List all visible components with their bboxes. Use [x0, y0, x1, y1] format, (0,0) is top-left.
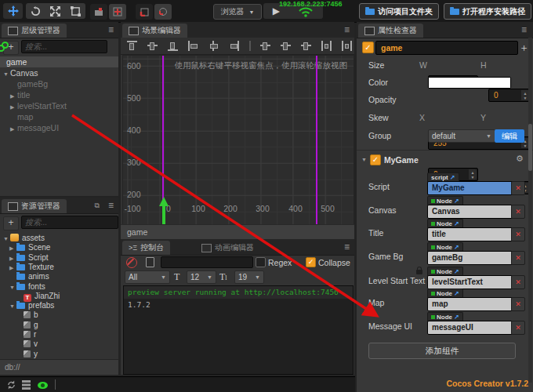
node-ref-field[interactable]: title [427, 227, 513, 241]
tab-anim-editor[interactable]: 动画编辑器 [195, 241, 260, 255]
component-enabled-checkbox[interactable]: ✓ [370, 154, 381, 165]
external-link-icon[interactable]: ↗ [454, 290, 459, 297]
server-icon[interactable] [22, 380, 31, 390]
local-coord-button[interactable] [136, 4, 153, 20]
regex-checkbox[interactable] [256, 257, 266, 267]
scale-tool-icon[interactable] [50, 6, 60, 16]
distribute-center-icon[interactable] [342, 41, 352, 51]
asset-prefab-y[interactable]: y [0, 350, 118, 359]
align-bottom-icon[interactable] [168, 41, 178, 51]
font-size-dropdown[interactable]: 12▼ [187, 270, 216, 284]
asset-folder-scene[interactable]: ▶Scene [0, 243, 118, 252]
tab-console[interactable]: >Ξ 控制台 [122, 241, 170, 255]
external-link-icon[interactable]: ↗ [450, 174, 455, 181]
link-nodes-icon[interactable] [0, 42, 9, 51]
clear-reference-button[interactable]: ✕ [511, 275, 525, 289]
pivot-mode-button[interactable] [90, 4, 107, 20]
rotate-tool-icon[interactable] [31, 6, 41, 16]
move-tool-button[interactable] [3, 3, 23, 19]
clear-console-icon[interactable] [126, 257, 137, 268]
inspector-scrollbar[interactable] [528, 38, 532, 383]
scene-menu-icon[interactable]: ≡ [344, 25, 350, 34]
hierarchy-search-input[interactable] [21, 40, 107, 53]
clear-reference-button[interactable]: ✕ [511, 297, 525, 311]
console-menu-icon[interactable]: ≡ [344, 242, 350, 252]
add-component-button[interactable]: 添加组件 [368, 343, 516, 359]
console-filter-input[interactable] [161, 256, 253, 268]
asset-folder-prefabs[interactable]: ▼prefabs [0, 301, 118, 310]
tree-node-game[interactable]: game [0, 56, 118, 67]
tree-node-levelstarttext[interactable]: ▶levelStartText [0, 100, 118, 111]
preview-eye-icon[interactable] [38, 382, 48, 389]
asset-prefab-v[interactable]: v [0, 339, 118, 349]
group-edit-button[interactable]: 编辑 [495, 129, 524, 143]
scrollbar-thumb[interactable] [528, 124, 532, 171]
tree-node-messageui[interactable]: ▶messageUI [0, 122, 118, 133]
node-ref-field[interactable]: map [427, 297, 513, 311]
clear-reference-button[interactable]: ✕ [511, 251, 525, 265]
asset-prefab-g[interactable]: g [0, 321, 118, 330]
stepper-icon[interactable]: ▲▼ [469, 169, 477, 180]
group-dropdown[interactable]: default▼ [428, 129, 495, 143]
distribute-top-icon[interactable] [260, 41, 270, 51]
component-expand-icon[interactable]: ▼ [361, 157, 368, 162]
clear-reference-button[interactable]: ✕ [511, 205, 525, 219]
asset-font-jianzhi[interactable]: TJianZhi [0, 292, 118, 301]
collapse-checkbox[interactable]: ✓ [306, 257, 316, 267]
node-active-checkbox[interactable]: ✓ [362, 42, 374, 53]
align-middle-icon[interactable] [147, 41, 158, 51]
assets-search-input[interactable] [21, 216, 118, 229]
tree-node-map[interactable]: map [0, 111, 118, 122]
clear-reference-button[interactable]: ✕ [511, 227, 525, 241]
node-name-field[interactable]: game [375, 41, 518, 55]
clear-reference-button[interactable]: ✕ [511, 321, 525, 335]
open-log-file-icon[interactable] [146, 257, 154, 267]
tab-assets[interactable]: 资源管理器 [2, 199, 67, 213]
tab-hierarchy[interactable]: 层级管理器 [2, 24, 67, 38]
size-h-field[interactable]: 0▲▼ [488, 89, 531, 102]
origin-gizmo-arrow[interactable] [158, 197, 169, 225]
asset-prefab-r[interactable]: r [0, 330, 118, 339]
tree-node-gamebg[interactable]: gameBg [0, 78, 118, 89]
scene-viewport[interactable]: 使用鼠标右键平移视窗焦点，使用滚轮缩放视图 600 500 400 300 20… [122, 55, 354, 225]
tree-node-canvas[interactable]: ▼Canvas [0, 67, 118, 78]
scene-breadcrumb[interactable]: game [121, 224, 354, 239]
collapse-icon[interactable]: ▶ [10, 124, 17, 135]
hierarchy-menu-icon[interactable]: ≡ [108, 25, 114, 34]
distribute-middle-icon[interactable] [281, 41, 291, 51]
align-right-icon[interactable] [229, 41, 239, 51]
inspector-menu-icon[interactable]: ≡ [521, 25, 527, 34]
popout-icon[interactable]: ⧉ [95, 201, 100, 210]
asset-prefab-b[interactable]: b [0, 310, 118, 320]
node-ref-field[interactable]: messageUI [427, 321, 513, 335]
color-swatch[interactable] [428, 77, 511, 89]
asset-folder-texture[interactable]: ▶Texture [0, 263, 118, 272]
external-link-icon[interactable]: ↗ [454, 314, 459, 321]
line-height-dropdown[interactable]: 19▼ [234, 270, 264, 284]
node-ref-field[interactable]: Canvas [427, 205, 513, 219]
gear-icon[interactable]: ⚙ [516, 154, 524, 164]
refresh-icon[interactable] [6, 380, 16, 390]
open-install-path-button[interactable]: 打开程序安装路径 [444, 3, 531, 20]
external-link-icon[interactable]: ↗ [454, 268, 459, 275]
align-left-icon[interactable] [188, 41, 198, 51]
anchor-mode-button[interactable] [109, 4, 126, 20]
node-ref-field[interactable]: gameBg [427, 251, 513, 265]
create-asset-button[interactable]: + [3, 216, 19, 230]
open-project-folder-button[interactable]: 访问项目文件夹 [359, 3, 439, 20]
align-center-icon[interactable] [208, 41, 219, 51]
assets-menu-icon[interactable]: ≡ [108, 201, 114, 210]
external-link-icon[interactable]: ↗ [454, 244, 459, 251]
console-log-area[interactable]: preview server running at http://localho… [123, 285, 354, 375]
asset-folder-script[interactable]: ▶Script [0, 253, 118, 263]
asset-root-assets[interactable]: ▼assets [0, 234, 118, 243]
node-ref-field[interactable]: levelStartText [427, 275, 513, 289]
asset-folder-anims[interactable]: anims [0, 272, 118, 281]
rect-tool-icon[interactable] [71, 6, 81, 16]
align-top-icon[interactable] [127, 41, 137, 51]
world-coord-button[interactable] [154, 4, 172, 20]
asset-folder-fonts[interactable]: ▼fonts [0, 282, 118, 292]
distribute-left-icon[interactable] [321, 41, 332, 51]
tree-node-title[interactable]: ▶title [0, 89, 118, 100]
script-ref-field[interactable]: MyGame [427, 181, 513, 195]
